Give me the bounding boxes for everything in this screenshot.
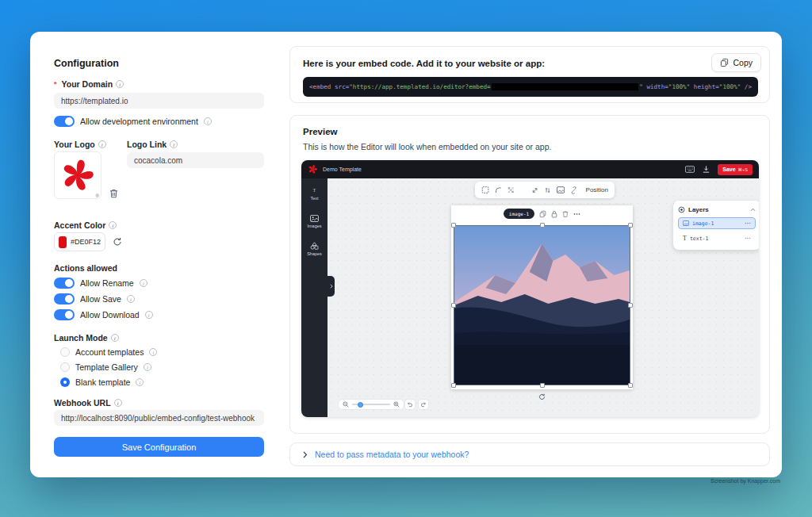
select-tool-icon[interactable] <box>481 186 489 194</box>
domain-label-row: * Your Domain <box>54 79 264 89</box>
resize-diagonal-icon[interactable] <box>531 186 538 194</box>
resize-handle-se[interactable] <box>628 383 633 388</box>
allow-rename-toggle[interactable] <box>54 278 75 289</box>
info-icon[interactable] <box>140 279 147 287</box>
sidebar-item-text[interactable]: T Text <box>303 182 326 205</box>
trash-icon[interactable] <box>562 210 569 218</box>
resize-handle-sw[interactable] <box>451 383 456 388</box>
resize-handle-e[interactable] <box>628 303 633 308</box>
logo-link-input[interactable] <box>127 152 264 168</box>
duplicate-icon[interactable] <box>539 210 546 218</box>
artboard[interactable]: image-1 <box>451 205 633 389</box>
blur-icon[interactable] <box>508 186 515 194</box>
sidebar-item-images[interactable]: Images <box>303 210 326 232</box>
info-icon[interactable] <box>144 363 151 371</box>
info-icon[interactable] <box>98 140 106 148</box>
info-icon[interactable] <box>127 295 135 303</box>
redo-button[interactable] <box>418 399 429 410</box>
main-card: Configuration * Your Domain Allow develo… <box>30 32 782 477</box>
code-tag: <embed <box>309 83 331 90</box>
embed-code-block[interactable]: <embed src="https://app.templated.io/edi… <box>303 77 758 97</box>
allow-save-toggle[interactable] <box>54 293 75 304</box>
info-icon[interactable] <box>111 334 119 342</box>
layers-title: Layers <box>688 206 709 213</box>
mountain-photo <box>454 226 630 385</box>
configuration-panel: Configuration * Your Domain Allow develo… <box>54 56 264 460</box>
keyboard-shortcuts-icon[interactable] <box>685 166 695 173</box>
embed-code-panel: Here is your embed code. Add it to your … <box>289 46 770 103</box>
radio-template-gallery[interactable] <box>60 362 70 372</box>
zoom-in-icon[interactable] <box>393 401 400 408</box>
dev-env-label: Allow development environment <box>80 117 198 126</box>
redacted-embed-id <box>492 83 639 90</box>
zoom-slider-knob[interactable] <box>358 402 363 408</box>
info-icon[interactable] <box>170 140 178 148</box>
image-layer-icon <box>683 220 689 226</box>
save-configuration-button[interactable]: Save Configuration <box>54 437 264 457</box>
copy-icon <box>720 58 729 67</box>
zoom-out-icon[interactable] <box>343 401 349 408</box>
resize-handle-nw[interactable] <box>451 223 456 228</box>
more-options-icon[interactable] <box>745 237 751 239</box>
info-icon[interactable] <box>114 399 122 407</box>
info-icon[interactable] <box>145 311 153 319</box>
metadata-panel[interactable]: Need to pass metadata to your webhook? <box>289 442 770 466</box>
logo-link-label-row: Logo Link <box>127 140 264 149</box>
editor-save-button[interactable]: Save ⌘+S <box>718 164 753 175</box>
launch-option-template-gallery: Template Gallery <box>60 362 270 372</box>
allow-save-row: Allow Save <box>54 293 264 304</box>
yelp-logo-icon <box>308 164 318 174</box>
logo-preview[interactable]: ® <box>54 151 102 199</box>
dev-env-toggle[interactable] <box>54 116 75 127</box>
domain-input[interactable] <box>54 93 264 109</box>
chevron-right-icon <box>303 451 308 458</box>
position-button[interactable]: Position <box>586 186 608 193</box>
resize-handle-s[interactable] <box>540 383 545 388</box>
resize-handle-w[interactable] <box>451 303 456 308</box>
allow-download-toggle[interactable] <box>54 309 75 320</box>
lock-icon[interactable] <box>551 210 557 218</box>
more-options-icon[interactable] <box>573 213 580 216</box>
code-close: /> <box>741 83 752 90</box>
undo-button[interactable] <box>404 399 416 410</box>
info-icon[interactable] <box>109 221 117 229</box>
more-options-icon[interactable] <box>745 222 751 224</box>
zoom-bar <box>338 399 404 410</box>
layer-row-text-1[interactable]: T text-1 <box>678 232 756 244</box>
resize-handle-ne[interactable] <box>628 223 633 228</box>
corner-radius-icon[interactable] <box>495 186 502 194</box>
zoom-slider[interactable] <box>352 404 390 405</box>
download-icon[interactable] <box>702 165 710 174</box>
accent-color-picker[interactable]: #DE0F12 <box>54 232 105 251</box>
info-icon[interactable] <box>204 117 212 125</box>
info-icon[interactable] <box>116 80 124 88</box>
webhook-input[interactable] <box>54 410 264 426</box>
copy-button[interactable]: Copy <box>711 53 761 72</box>
layer-row-image-1[interactable]: image-1 <box>678 217 756 229</box>
allow-download-label: Allow Download <box>80 310 140 320</box>
layers-panel: Layers image <box>673 201 759 250</box>
yelp-logo-icon <box>59 157 96 193</box>
resize-handle-n[interactable] <box>540 223 545 228</box>
selected-image-layer[interactable] <box>454 225 630 385</box>
color-swatch <box>59 236 67 248</box>
radio-label: Blank template <box>75 377 130 387</box>
radio-blank-template[interactable] <box>60 377 70 387</box>
allow-rename-label: Allow Rename <box>80 278 134 288</box>
sidebar-item-shapes[interactable]: Shapes <box>303 238 326 260</box>
save-shortcut-badge: ⌘+S <box>738 167 748 172</box>
metadata-link[interactable]: Need to pass metadata to your webhook? <box>315 450 469 459</box>
radio-account-templates[interactable] <box>60 347 70 357</box>
reset-color-button[interactable] <box>113 237 122 247</box>
replace-image-icon[interactable] <box>557 186 565 193</box>
info-icon[interactable] <box>136 378 144 386</box>
delete-logo-button[interactable] <box>109 189 118 198</box>
redo-icon <box>420 401 427 408</box>
link-icon[interactable] <box>570 186 577 194</box>
radio-label: Template Gallery <box>75 362 138 372</box>
info-icon[interactable] <box>149 348 157 356</box>
chevron-up-icon[interactable] <box>750 208 756 212</box>
rotate-handle[interactable] <box>538 393 546 400</box>
move-vertical-icon[interactable] <box>544 186 551 194</box>
sidebar-item-label: Shapes <box>307 251 322 256</box>
